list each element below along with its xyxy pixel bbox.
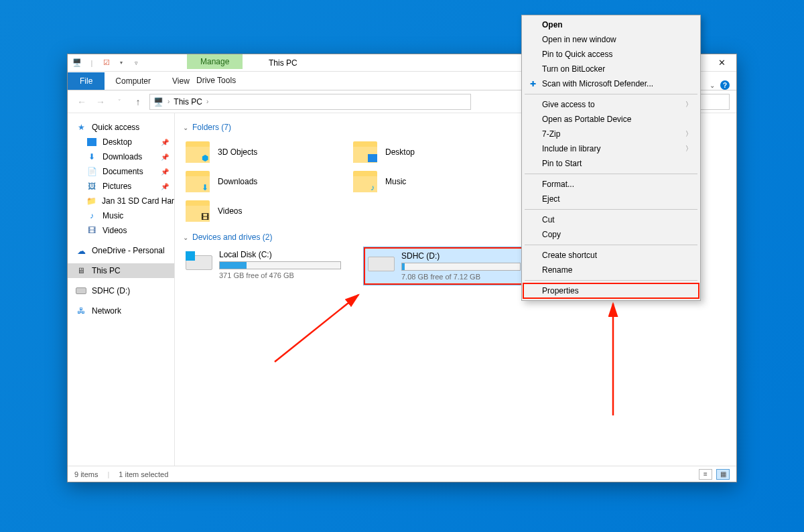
details-view-button[interactable]: ≡ [699, 469, 712, 480]
sidebar-quick-access[interactable]: ★ Quick access [68, 120, 174, 135]
status-item-count: 9 items [74, 470, 98, 478]
sidebar-item-label: Downloads [103, 152, 142, 161]
folder-label: Music [385, 177, 406, 186]
ctx-format[interactable]: Format... [523, 177, 699, 192]
ctx-pin-quick-access[interactable]: Pin to Quick access [523, 47, 699, 62]
ctx-open[interactable]: Open [523, 17, 699, 32]
ctx-create-shortcut[interactable]: Create shortcut [523, 248, 699, 263]
folder-icon: ⬇ [186, 171, 210, 192]
sidebar-item-videos[interactable]: 🎞 Videos [68, 223, 174, 238]
qat-dropdown-icon[interactable]: ▾ [116, 58, 127, 68]
manage-contextual-tab[interactable]: Manage [187, 54, 243, 69]
ctx-7zip[interactable]: 7-Zip〉 [523, 127, 699, 141]
folder-icon: ♪ [353, 171, 377, 192]
window-title: This PC [269, 58, 297, 68]
sidebar-item-janfolder[interactable]: 📁 Jan 31 SD Card Han [68, 194, 174, 208]
this-pc-small-icon: 🖥️ [72, 58, 82, 68]
group-header-label: Devices and drives (2) [192, 232, 272, 242]
folder-desktop[interactable]: Desktop [350, 137, 518, 167]
sidebar-item-downloads[interactable]: ⬇ Downloads 📌 [68, 149, 174, 164]
status-bar: 9 items | 1 item selected ≡ ▦ [68, 466, 736, 482]
folder-icon [353, 141, 377, 163]
sidebar-item-label: OneDrive - Personal [92, 246, 165, 255]
qat-overflow-icon[interactable]: ▿ [131, 58, 141, 68]
capacity-bar [219, 261, 341, 269]
folder-label: 3D Objects [218, 147, 257, 157]
drive-tools-tab[interactable]: Drive Tools [187, 72, 245, 89]
ctx-separator [525, 94, 697, 94]
back-button[interactable]: ← [74, 94, 89, 109]
sidebar-item-label: This PC [92, 266, 121, 275]
chevron-right-icon: 〉 [685, 144, 692, 153]
documents-icon: 📄 [86, 166, 97, 177]
drive-label: Local Disk (C:) [219, 250, 341, 259]
ctx-include-library[interactable]: Include in library〉 [523, 141, 699, 156]
chevron-right-icon[interactable]: › [205, 98, 210, 105]
ctx-copy[interactable]: Copy [523, 227, 699, 242]
breadcrumb[interactable]: 🖥️ › This PC › [149, 94, 471, 110]
drive-sdhc-d[interactable]: SDHC (D:) 7.08 GB free of 7.12 GB [364, 247, 525, 285]
ctx-pin-start[interactable]: Pin to Start [523, 156, 699, 171]
drive-icon [76, 285, 86, 296]
drive-local-c[interactable]: Local Disk (C:) 371 GB free of 476 GB [183, 247, 344, 285]
folder-3d-objects[interactable]: ⬢ 3D Objects [183, 137, 350, 167]
ctx-open-new-window[interactable]: Open in new window [523, 32, 699, 47]
drive-free-label: 7.08 GB free of 7.12 GB [401, 273, 521, 281]
this-pc-icon: 🖥 [76, 265, 86, 276]
desktop-icon [86, 137, 97, 147]
ctx-eject[interactable]: Eject [523, 192, 699, 206]
drive-icon [368, 251, 395, 273]
help-icon[interactable]: ? [720, 80, 730, 90]
folder-icon: ⬢ [186, 141, 210, 163]
ctx-separator [525, 280, 697, 281]
folder-videos[interactable]: 🎞 Videos [183, 196, 350, 226]
music-icon: ♪ [86, 210, 97, 221]
sidebar-item-label: Quick access [92, 123, 139, 132]
qat-separator-icon: | [86, 58, 97, 68]
sidebar-onedrive[interactable]: ☁ OneDrive - Personal [68, 243, 174, 258]
forward-button[interactable]: → [93, 94, 108, 109]
sidebar-item-pictures[interactable]: 🖼 Pictures 📌 [68, 179, 174, 194]
ctx-portable-device[interactable]: Open as Portable Device [523, 112, 699, 127]
up-button[interactable]: ↑ [131, 94, 145, 109]
pin-icon: 📌 [161, 139, 169, 146]
qat-properties-icon[interactable]: ☑ [101, 58, 112, 68]
chevron-down-icon: ⌄ [183, 234, 188, 241]
sidebar-item-documents[interactable]: 📄 Documents 📌 [68, 164, 174, 179]
sidebar-item-label: SDHC (D:) [92, 286, 130, 295]
sidebar-this-pc[interactable]: 🖥 This PC [68, 263, 174, 278]
videos-icon: 🎞 [86, 225, 97, 236]
sidebar-item-desktop[interactable]: Desktop 📌 [68, 135, 174, 149]
sidebar-item-label: Videos [103, 226, 127, 235]
folder-label: Desktop [385, 147, 415, 157]
ctx-give-access[interactable]: Give access to〉 [523, 97, 699, 112]
recent-dropdown-icon[interactable]: ˅ [112, 94, 127, 109]
ctx-defender[interactable]: ✚ Scan with Microsoft Defender... [523, 76, 699, 91]
sidebar-network[interactable]: 🖧 Network [68, 304, 174, 318]
folder-icon: 🎞 [186, 200, 210, 222]
pictures-icon: 🖼 [86, 181, 97, 192]
folder-downloads[interactable]: ⬇ Downloads [183, 167, 350, 196]
folder-label: Videos [218, 206, 242, 216]
ctx-properties[interactable]: Properties [523, 283, 699, 298]
drive-label: SDHC (D:) [401, 251, 521, 261]
folder-music[interactable]: ♪ Music [350, 167, 518, 196]
onedrive-icon: ☁ [76, 245, 86, 256]
group-header-label: Folders (7) [192, 123, 231, 132]
sidebar-item-music[interactable]: ♪ Music [68, 208, 174, 223]
chevron-right-icon[interactable]: › [166, 98, 171, 105]
ribbon-collapse-icon[interactable]: ⌄ [710, 82, 715, 89]
ctx-bitlocker[interactable]: Turn on BitLocker [523, 62, 699, 76]
pin-icon: 📌 [161, 183, 169, 190]
computer-tab[interactable]: Computer [105, 72, 161, 90]
sidebar-sdhc[interactable]: SDHC (D:) [68, 283, 174, 298]
close-button[interactable]: ✕ [707, 54, 736, 72]
ctx-rename[interactable]: Rename [523, 263, 699, 277]
tiles-view-button[interactable]: ▦ [716, 469, 730, 480]
file-tab[interactable]: File [68, 72, 105, 90]
ctx-cut[interactable]: Cut [523, 212, 699, 227]
svg-line-0 [275, 295, 358, 362]
star-icon: ★ [76, 122, 86, 133]
breadcrumb-this-pc[interactable]: This PC [174, 97, 202, 107]
context-menu: Open Open in new window Pin to Quick acc… [521, 15, 701, 301]
